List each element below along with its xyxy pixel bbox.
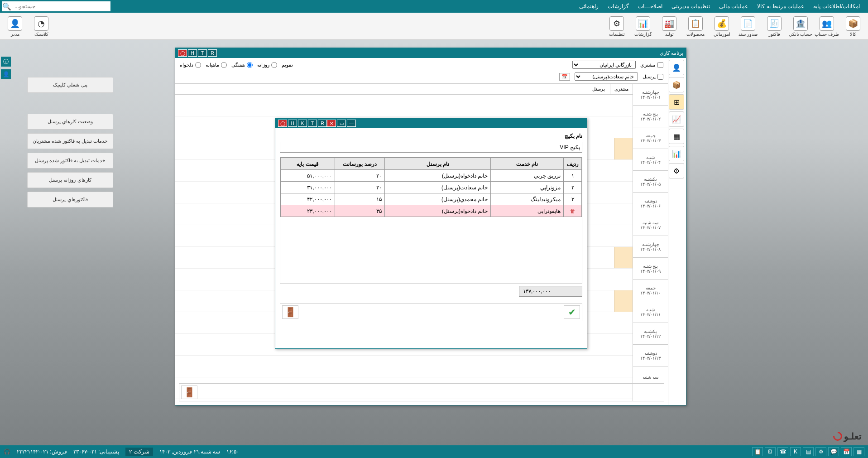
tool-financial[interactable]: 💰امورمالي xyxy=(709,14,735,39)
date-cell[interactable]: شنبه۱۴۰۳/۰۱/۰۴ xyxy=(633,149,668,171)
status-icon-4[interactable]: ⚙ xyxy=(815,447,826,456)
status-icon-5[interactable]: ▤ xyxy=(803,447,814,456)
package-max-button[interactable]: ▭ xyxy=(337,120,346,127)
menu-basics[interactable]: امکانات/اطلاعات پایه xyxy=(809,3,864,10)
date-cell[interactable]: پنج شنبه۱۴۰۳/۰۱/۰۲ xyxy=(633,106,668,127)
status-icon-tray: ▦ 📅 💬 ⚙ ▤ K ☎ 🗓 📋 xyxy=(752,447,864,456)
status-icon-3[interactable]: 💬 xyxy=(828,447,839,456)
view-monthly[interactable]: ماهیانه xyxy=(206,62,227,68)
schedule-key-r[interactable]: R xyxy=(208,49,217,57)
personnel-checkbox[interactable] xyxy=(657,74,663,80)
customer-select[interactable]: بازرگاني ايرانيان xyxy=(572,61,636,69)
view-custom[interactable]: دلخواه xyxy=(180,62,201,68)
rail-add-package-icon[interactable]: 📦 xyxy=(669,77,684,92)
table-row[interactable]: ۳ميکرونيدلينگخانم محمدي(پرسنل)۱۵۴۲,۰۰۰,۰… xyxy=(281,193,582,205)
tool-account-party[interactable]: 👥طرف حساب xyxy=(814,14,840,39)
tool-production[interactable]: 🏭تولید xyxy=(656,14,682,39)
package-confirm-button[interactable]: ✔ xyxy=(564,305,580,319)
date-picker-icon[interactable]: 📅 xyxy=(559,73,570,81)
package-exit-button[interactable]: 🚪 xyxy=(282,305,298,319)
side-personnel-invoiced[interactable]: خدمات تبدیل به فاکتور شده پرسنل xyxy=(27,153,113,169)
rail-chart-icon[interactable]: 📈 xyxy=(669,111,684,127)
tool-issue-doc[interactable]: 📄صدور سند xyxy=(735,14,761,39)
package-dialog: ✕ ▭ — R T K H ◯ نام پکیج ردیف نام خدمت ن… xyxy=(275,118,587,349)
grid-row[interactable] xyxy=(175,95,633,116)
date-cell[interactable]: دوشنبه۱۴۰۳/۰۱/۰۶ xyxy=(633,193,668,214)
package-min-button[interactable]: — xyxy=(347,120,356,127)
view-daily[interactable]: روزانه xyxy=(257,62,277,68)
date-cell[interactable]: شنبه۱۴۰۳/۰۱/۱۱ xyxy=(633,301,668,323)
date-cell[interactable]: یکشنبه۱۴۰۳/۰۱/۰۵ xyxy=(633,171,668,193)
table-row[interactable]: 🗑هايفوتراپيخانم دادخواه(پرسنل)۳۵۲۳,۰۰۰,۰… xyxy=(281,205,582,217)
date-cell[interactable]: سه شنبه۱۴۰۳/۰۱/۰۷ xyxy=(633,214,668,236)
status-icon-1[interactable]: ▦ xyxy=(854,447,864,456)
table-row[interactable]: ۲مزوتراپيخانم سعادت(پرسنل)۳۰۳۱,۰۰۰,۰۰۰ xyxy=(281,182,582,193)
side-clinic-panel[interactable]: پنل شغلي کلینیک xyxy=(27,77,113,93)
rail-table-icon[interactable]: ▦ xyxy=(669,129,684,144)
schedule-key-h[interactable]: H xyxy=(188,49,197,57)
package-close-button[interactable]: ✕ xyxy=(327,120,336,127)
date-cell[interactable]: چهارشنبه۱۴۰۳/۰۱/۰۸ xyxy=(633,236,668,258)
tool-goods[interactable]: 📦کالا xyxy=(840,14,866,39)
grid-row[interactable] xyxy=(175,356,633,377)
tool-reports[interactable]: 📊گزارشات xyxy=(630,14,656,39)
package-key-k[interactable]: K xyxy=(298,120,307,127)
schedule-filters: مشتري بازرگاني ايرانيان تقویم روزانه هفت… xyxy=(175,58,668,84)
strip-info-icon[interactable]: ⓘ xyxy=(1,57,11,67)
delete-row-icon[interactable]: 🗑 xyxy=(570,208,575,214)
tool-bank-account[interactable]: 🏦حساب بانکي xyxy=(787,14,814,39)
rail-apps-icon[interactable]: ⊞ xyxy=(669,94,684,110)
status-icon-9[interactable]: 📋 xyxy=(752,447,763,456)
rail-bars-icon[interactable]: 📊 xyxy=(669,146,684,161)
menu-help[interactable]: راهنمائی xyxy=(575,3,603,10)
strip-user-icon[interactable]: 👤 xyxy=(1,69,11,79)
package-titlebar[interactable]: ✕ ▭ — R T K H ◯ xyxy=(275,118,587,128)
side-personnel-daily[interactable]: کارهاي روزانه پرسنل xyxy=(27,172,113,188)
tool-classic[interactable]: ◔کلاسیک xyxy=(28,14,54,39)
th-price: قیمت پایه xyxy=(281,158,335,170)
package-key-t[interactable]: T xyxy=(308,120,317,127)
date-cell[interactable]: چهارشنبه۱۴۰۳/۰۱/۰۱ xyxy=(633,84,668,106)
rail-gear-icon[interactable]: ⚙ xyxy=(669,163,684,178)
tool-invoice[interactable]: 🧾فاکتور xyxy=(761,14,787,39)
personnel-select[interactable]: خانم سعادت(پرسنل) xyxy=(575,72,638,81)
menu-financial-ops[interactable]: عملیات مالی xyxy=(715,3,753,10)
schedule-key-t[interactable]: T xyxy=(198,49,207,57)
menu-goods-ops[interactable]: عملیات مرتبط به کالا xyxy=(753,3,809,10)
package-name-input[interactable] xyxy=(280,142,582,153)
tool-admin[interactable]: 👤مدیر xyxy=(2,14,28,39)
status-icon-2[interactable]: 📅 xyxy=(841,447,852,456)
status-time: ۱۶:۵۰ xyxy=(226,448,239,455)
customer-check-label[interactable]: مشتري xyxy=(640,62,663,68)
table-row[interactable]: ۱تزريق چربيخانم دادخواه(پرسنل)۲۰۵۱,۰۰۰,۰… xyxy=(281,170,582,182)
menu-mgmt-settings[interactable]: تنظیمات مدیریتی xyxy=(667,3,715,10)
status-icon-8[interactable]: 🗓 xyxy=(765,447,776,456)
search-input[interactable] xyxy=(12,3,110,10)
tool-products[interactable]: 📋محصولات xyxy=(682,14,709,39)
main-toolbar: 📦کالا 👥طرف حساب 🏦حساب بانکي 🧾فاکتور 📄صدو… xyxy=(0,13,868,40)
tool-settings[interactable]: ⚙تنظیمات xyxy=(604,14,630,39)
schedule-exit-button[interactable]: 🚪 xyxy=(181,386,197,399)
side-personnel-status[interactable]: وضعیت کارهاي پرسنل xyxy=(27,114,113,130)
package-key-r[interactable]: R xyxy=(318,120,327,127)
date-cell[interactable]: جمعه۱۴۰۳/۰۱/۱۰ xyxy=(633,280,668,301)
rail-add-user-icon[interactable]: 👤 xyxy=(669,60,684,75)
package-key-h[interactable]: H xyxy=(288,120,297,127)
side-customer-invoiced[interactable]: خدمات تبدیل به فاکتور شده مشتریان xyxy=(27,133,113,149)
date-cell[interactable]: دوشنبه۱۴۰۳/۰۱/۱۳ xyxy=(633,345,668,366)
personnel-check-label[interactable]: پرسنل xyxy=(643,74,663,80)
left-icon-strip: ⓘ 👤 xyxy=(1,57,11,79)
customer-checkbox[interactable] xyxy=(657,62,663,68)
menu-reports[interactable]: گزارشات xyxy=(603,3,633,10)
side-personnel-invoices[interactable]: فاکتورهاي پرسنل xyxy=(27,192,113,207)
date-cell[interactable]: پنج شنبه۱۴۰۳/۰۱/۰۹ xyxy=(633,258,668,280)
status-icon-7[interactable]: ☎ xyxy=(777,447,788,456)
date-column[interactable]: چهارشنبه۱۴۰۳/۰۱/۰۱پنج شنبه۱۴۰۳/۰۱/۰۲جمعه… xyxy=(633,84,668,401)
date-cell[interactable]: یکشنبه۱۴۰۳/۰۱/۱۲ xyxy=(633,323,668,345)
view-weekly[interactable]: هفتگی xyxy=(231,62,253,68)
search-icon[interactable]: 🔍 xyxy=(2,2,12,11)
status-icon-6[interactable]: K xyxy=(790,447,801,456)
schedule-titlebar[interactable]: برنامه کاری R T H ◯ xyxy=(175,48,686,58)
date-cell[interactable]: جمعه۱۴۰۳/۰۱/۰۳ xyxy=(633,127,668,149)
menu-corrections[interactable]: اصلاحـــات xyxy=(633,3,667,10)
